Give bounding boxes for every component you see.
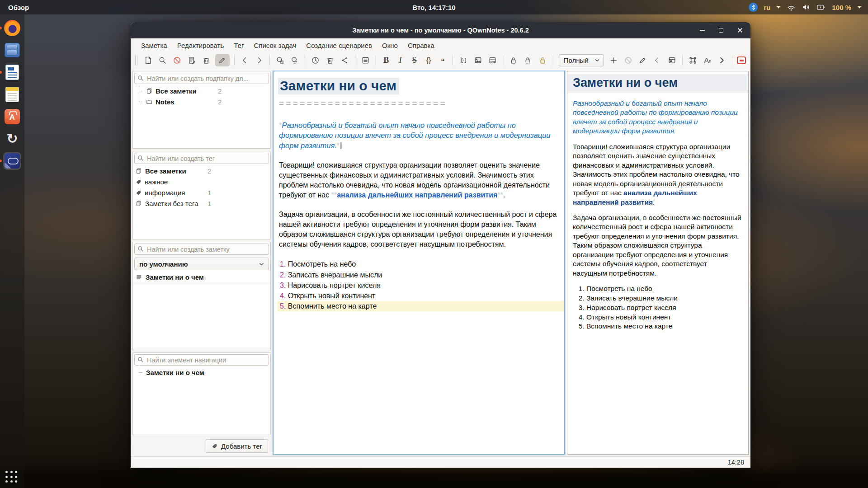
close-pane-icon[interactable] xyxy=(737,56,746,64)
format-code-button[interactable]: {} xyxy=(423,56,434,65)
dock-item-qownnotes[interactable] xyxy=(3,152,21,170)
preview-note-title: Заметки ни о чем xyxy=(567,74,748,93)
preview-list-item: Записать вчерашние мысли xyxy=(586,294,743,303)
navigation-item[interactable]: Заметки ни о чем xyxy=(133,367,270,378)
lock-icon[interactable] xyxy=(508,54,519,66)
note-folder-select[interactable]: по умолчанию xyxy=(134,258,269,270)
font-size-icon[interactable] xyxy=(702,54,713,66)
add-tag-button[interactable]: Добавить тег xyxy=(206,439,268,453)
insert-table-icon[interactable] xyxy=(487,54,498,66)
new-workspace-icon[interactable] xyxy=(608,54,619,66)
rename-workspace-icon[interactable] xyxy=(637,54,648,66)
format-quote-button[interactable]: “ xyxy=(437,56,448,65)
tree-branch xyxy=(136,96,143,107)
menu-tag[interactable]: Тег xyxy=(229,40,249,51)
note-list-item[interactable]: Заметки ни о чем xyxy=(133,272,270,283)
system-indicators[interactable]: ru 100 % xyxy=(749,3,868,12)
menu-edit[interactable]: Редактировать xyxy=(172,40,229,51)
toolbar-grip[interactable] xyxy=(135,56,137,66)
remove-note-icon[interactable] xyxy=(171,54,183,66)
text-editor-icon xyxy=(5,87,19,102)
tag-row-all-notes[interactable]: Все заметки 2 xyxy=(133,165,270,176)
titlebar[interactable]: Заметки ни о чем - по умолчанию - QOwnNo… xyxy=(131,22,750,38)
clock[interactable]: Вто, 14:17:10 xyxy=(412,4,455,11)
preview-list: Посмотреть на небо Записать вчерашние мы… xyxy=(576,284,743,331)
menu-scripting[interactable]: Создание сценариев xyxy=(301,40,377,51)
share-icon[interactable] xyxy=(339,54,350,66)
workspace-selector[interactable]: Полный xyxy=(559,54,604,66)
menu-help[interactable]: Справка xyxy=(403,40,439,51)
toolbar-overflow-icon[interactable] xyxy=(716,54,727,66)
find-in-note-icon[interactable] xyxy=(274,54,286,66)
show-applications-button[interactable] xyxy=(5,471,18,483)
unlock-icon[interactable] xyxy=(537,54,548,66)
navigation-panel: Заметки ни о чем xyxy=(132,352,271,435)
editor-h1-underline: ======================== xyxy=(279,99,564,108)
panel-layout-icon[interactable] xyxy=(666,54,677,66)
format-strikethrough-button[interactable]: S xyxy=(409,56,420,65)
tag-row-untagged[interactable]: Заметки без тега 1 xyxy=(133,198,270,209)
note-editor[interactable]: Заметки ни о чем =======================… xyxy=(273,71,565,455)
dock-item-files[interactable] xyxy=(3,41,21,59)
editor-list-item: Посмотреть на небо xyxy=(277,259,564,269)
subfolder-search xyxy=(134,73,269,84)
toc-icon[interactable] xyxy=(360,54,371,66)
note-diff-icon[interactable] xyxy=(186,54,197,66)
minimize-button[interactable] xyxy=(697,25,707,35)
remove-workspace-icon[interactable] xyxy=(623,54,634,66)
note-search-input[interactable] xyxy=(134,244,269,255)
editor-list-item: Записать вчерашние мысли xyxy=(277,270,564,280)
zoom-reset-icon[interactable] xyxy=(289,54,300,66)
firefox-icon xyxy=(4,20,20,36)
tag-search-input[interactable] xyxy=(134,153,269,164)
tree-branch xyxy=(136,85,143,96)
menu-window[interactable]: Окно xyxy=(377,40,403,51)
tree-branch xyxy=(136,367,143,378)
format-bold-button[interactable]: B xyxy=(381,56,392,65)
text-cursor xyxy=(340,142,342,149)
dock-item-firefox[interactable] xyxy=(3,19,21,37)
gnome-top-bar: Обзор Вто, 14:17:10 ru 100 % xyxy=(0,0,868,14)
note-preview[interactable]: Заметки ни о чем Разнообразный и богатый… xyxy=(567,71,749,455)
dock-item-ubuntu-software[interactable] xyxy=(3,108,21,126)
trash-icon[interactable] xyxy=(325,54,336,66)
format-italic-button[interactable]: I xyxy=(395,56,406,65)
navigation-search xyxy=(134,354,269,366)
search-note-icon[interactable] xyxy=(157,54,168,66)
preview-list-item: Нарисовать портрет киселя xyxy=(586,303,743,312)
encrypt-note-icon[interactable] xyxy=(522,54,533,66)
keyboard-caret-icon xyxy=(776,6,781,9)
edit-mode-pencil-icon[interactable] xyxy=(215,54,230,66)
preview-paragraph-2: Задача организации, в особенности же пос… xyxy=(573,213,743,278)
keyboard-layout-indicator: ru xyxy=(764,4,770,11)
subfolder-row-all[interactable]: Все заметки 2 xyxy=(133,85,270,96)
tag-row-important[interactable]: важное xyxy=(133,176,270,187)
forward-icon[interactable] xyxy=(254,54,265,66)
back-icon[interactable] xyxy=(239,54,250,66)
preview-list-item: Посмотреть на небо xyxy=(586,284,743,293)
files-icon xyxy=(5,43,20,57)
close-button[interactable] xyxy=(735,25,745,35)
collapse-panels-icon[interactable] xyxy=(651,54,663,66)
main-content: Все заметки 2 Notes 2 Все заметк xyxy=(131,69,750,456)
dock-item-software-updater[interactable]: ↻ xyxy=(3,130,21,148)
preview-quote: Разнообразный и богатый опыт начало повс… xyxy=(573,99,743,136)
tag-row-info[interactable]: информация 1 xyxy=(133,187,270,198)
navigation-search-input[interactable] xyxy=(134,354,269,366)
dock-item-text-editor[interactable] xyxy=(3,85,21,103)
menu-tasklist[interactable]: Список задач xyxy=(249,40,301,51)
activities-button[interactable]: Обзор xyxy=(0,4,37,11)
menu-note[interactable]: Заметка xyxy=(136,40,172,51)
new-note-icon[interactable] xyxy=(142,54,154,66)
subfolder-row-notes[interactable]: Notes 2 xyxy=(133,96,270,107)
tag-icon xyxy=(212,443,217,449)
insert-link-icon[interactable] xyxy=(458,54,469,66)
subfolder-search-input[interactable] xyxy=(134,73,269,84)
window-title: Заметки ни о чем - по умолчанию - QOwnNo… xyxy=(352,27,529,34)
maximize-button[interactable] xyxy=(716,25,726,35)
dock-item-libreoffice-writer[interactable] xyxy=(3,63,21,81)
history-icon[interactable] xyxy=(310,54,321,66)
trash-note-icon[interactable] xyxy=(201,54,212,66)
insert-image-icon[interactable] xyxy=(472,54,484,66)
frame-transform-icon[interactable] xyxy=(687,54,698,66)
